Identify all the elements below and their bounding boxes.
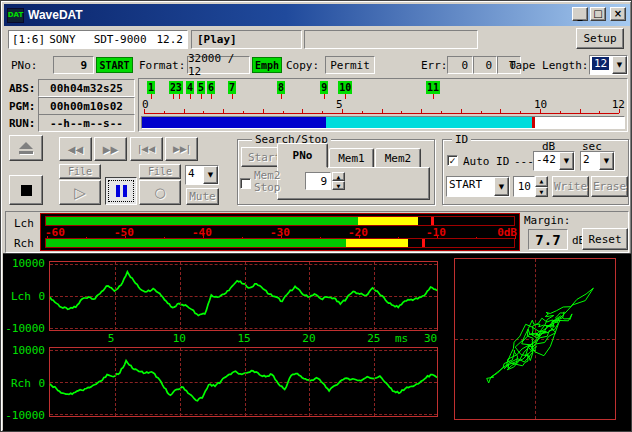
pause-icon [116,185,127,197]
pno-marker: 7 [228,81,236,94]
search-pno-spinner[interactable]: ▲ ▼ [332,172,345,190]
id-count-spinner[interactable]: ▲ ▼ [535,176,548,197]
pno-label: PNo: [11,59,38,72]
setup-button[interactable]: Setup [576,28,624,49]
meter-green-segment [46,239,346,247]
waveform-x-tick-label: 15 [238,332,251,345]
waveform-gridline [180,262,181,330]
id-erase-button[interactable]: Erase [591,176,628,197]
margin-label: Margin: [524,214,570,227]
tape-scale-tick [223,109,224,113]
waveform-trace [50,348,437,416]
maximize-icon[interactable]: □ [590,7,606,21]
fast-forward-button[interactable]: ▶▶ [94,137,127,161]
stop-button[interactable] [9,175,43,205]
meter-panel: Lch Rch -60-50-40-30-20-100dB Margin: 7.… [5,211,629,253]
chevron-down-icon[interactable]: ▼ [599,152,614,170]
file-record-button[interactable]: File [139,164,181,179]
tape-scale-line [144,113,619,114]
chevron-down-icon[interactable]: ▼ [559,152,574,170]
tape-scale-tick [322,111,323,113]
rch-meter-bar [45,238,515,248]
prev-track-button[interactable]: |◀◀ [130,137,163,161]
waveform-gridline [374,262,375,330]
margin-reset-button[interactable]: Reset [582,228,628,250]
play-icon: ▷ [74,184,86,202]
tape-scale-tick [362,111,363,113]
format-label: Format: [139,59,185,72]
play-button[interactable]: ▷ [59,180,101,205]
copy-value: Permit [325,56,375,74]
abs-counter: 00h04m32s25 [38,79,135,97]
pno-marker: 1 [147,81,155,94]
device-firmware: 12.2 [157,33,184,46]
mem2-stop-checkbox[interactable] [240,178,251,189]
waveform-gridline [180,348,181,416]
spin-up-icon[interactable]: ▲ [332,172,345,181]
tab-mem2[interactable]: Mem2 [375,148,421,168]
chevron-down-icon[interactable]: ▼ [494,177,509,196]
pause-button[interactable] [105,177,137,205]
waveform-gridline [309,348,310,416]
tape-scale: 051012 [139,98,627,115]
lissajous-scope [454,258,616,420]
pno-value: 9 [53,56,94,74]
next-track-button[interactable]: ▶▶| [165,137,198,161]
tape-scale-tick [283,111,284,113]
title-bar[interactable]: DAT WaveDAT _ □ × [4,4,630,26]
lch-ymax-label: 10000 [1,257,45,270]
pgm-counter: 00h00m10s02 [38,97,135,115]
tape-length-label: Tape Length: [509,59,588,72]
waveform-x-tick-label: 20 [302,332,315,345]
next-track-icon: ▶▶| [173,144,190,154]
close-icon[interactable]: × [610,7,626,21]
speed-select[interactable]: 4 ▼ [185,165,219,185]
meter-peak-mark [431,217,434,225]
lch-yzero-label: 0 [21,290,45,303]
device-vendor: SONY [49,33,76,46]
search-pno-input[interactable]: 9 [305,172,331,190]
mute-button[interactable]: Mute [186,188,219,205]
tape-scale-tick [144,109,145,113]
abs-label: ABS: [9,82,36,95]
id-mode-select[interactable]: START ▼ [446,176,510,197]
deck-status-field: [Play] [191,30,302,49]
id-count-field[interactable]: 10 ▲ ▼ [513,176,548,197]
file-play-button[interactable]: File [59,164,101,179]
progress-cyan-segment [326,117,532,128]
chevron-down-icon[interactable]: ▼ [612,56,627,74]
rewind-icon: ◀◀ [68,144,83,155]
lch-waveform-plot [49,261,438,331]
waveform-x-tick-label: 30 [424,332,437,345]
eject-button[interactable] [9,135,43,161]
tape-scale-tick [421,109,422,113]
auto-id-sec-select[interactable]: 2 ▼ [580,151,615,171]
rewind-button[interactable]: ◀◀ [59,137,92,161]
auto-id-db-select[interactable]: -42 ▼ [533,151,575,171]
id-write-button[interactable]: Write [552,176,589,197]
auto-id-checkbox[interactable]: ✓ [447,155,458,166]
chevron-down-icon[interactable]: ▼ [203,166,218,184]
spin-down-icon[interactable]: ▼ [332,181,345,190]
tape-length-select[interactable]: 12 ▼ [589,55,628,75]
err-value-1: 0 [447,56,473,74]
pno-marker: 11 [426,81,440,94]
tape-progress-bar[interactable] [141,116,625,129]
tab-pno[interactable]: PNo [277,143,328,168]
tape-scale-tick [164,111,165,113]
waveform-x-tick-label: 5 [108,332,115,345]
pno-marker: 9 [320,81,328,94]
progress-blue-segment [142,117,326,128]
meter-yellow-segment [358,217,418,225]
record-button[interactable]: ○ [139,180,181,205]
waveform-x-tick-label: 25 [367,332,380,345]
mem2-stop-label-2: Stop [254,181,281,194]
meter-yellow-segment [346,239,408,247]
spin-down-icon[interactable]: ▼ [535,187,548,198]
tab-mem1[interactable]: Mem1 [329,148,374,168]
tape-position-panel: 1234567891011 051012 [138,78,628,132]
tape-scale-tick [441,111,442,113]
minimize-icon[interactable]: _ [572,7,588,21]
device-field: [1:6] SONY SDT-9000 12.2 [8,30,188,49]
spin-up-icon[interactable]: ▲ [535,176,548,187]
